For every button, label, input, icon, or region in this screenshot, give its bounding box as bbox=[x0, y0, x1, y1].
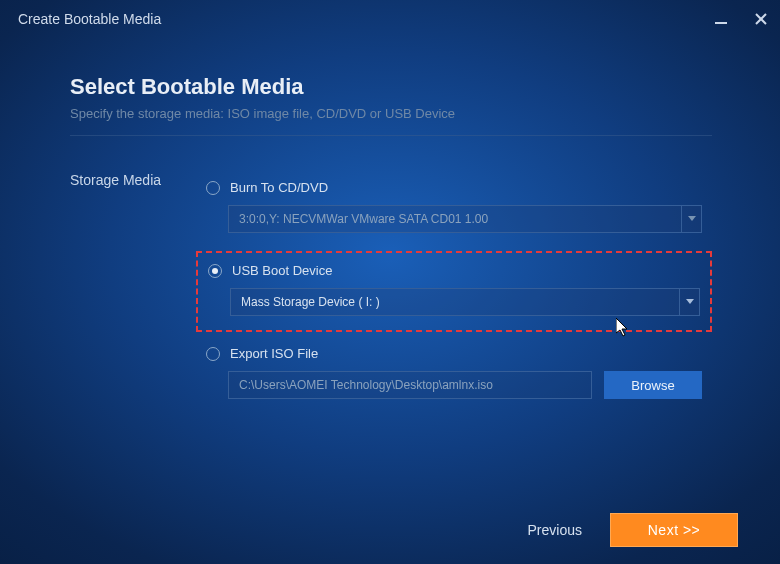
storage-media-label: Storage Media bbox=[70, 172, 196, 407]
iso-path-value: C:\Users\AOMEI Technology\Desktop\amlnx.… bbox=[239, 378, 493, 392]
radio-cd[interactable] bbox=[206, 181, 220, 195]
option-cd-label: Burn To CD/DVD bbox=[230, 180, 328, 195]
options: Burn To CD/DVD 3:0:0,Y: NECVMWar VMware … bbox=[196, 172, 712, 407]
radio-usb[interactable] bbox=[208, 264, 222, 278]
option-iso: Export ISO File C:\Users\AOMEI Technolog… bbox=[196, 338, 712, 407]
option-usb-label: USB Boot Device bbox=[232, 263, 332, 278]
cd-select[interactable]: 3:0:0,Y: NECVMWar VMware SATA CD01 1.00 bbox=[228, 205, 702, 233]
option-iso-row[interactable]: Export ISO File bbox=[206, 346, 702, 361]
window-title: Create Bootable Media bbox=[18, 11, 161, 27]
svg-marker-4 bbox=[686, 299, 694, 304]
chevron-down-icon[interactable] bbox=[681, 206, 701, 232]
titlebar-actions bbox=[714, 12, 768, 26]
page-subheading: Specify the storage media: ISO image fil… bbox=[70, 106, 712, 121]
option-usb-row[interactable]: USB Boot Device bbox=[208, 263, 700, 278]
option-cd: Burn To CD/DVD 3:0:0,Y: NECVMWar VMware … bbox=[196, 172, 712, 241]
footer: Previous Next >> bbox=[0, 496, 780, 564]
window: Create Bootable Media Select Bootable Me… bbox=[0, 0, 780, 564]
titlebar: Create Bootable Media bbox=[0, 0, 780, 38]
page-heading: Select Bootable Media bbox=[70, 74, 712, 100]
usb-select-value: Mass Storage Device ( I: ) bbox=[241, 295, 380, 309]
form-area: Storage Media Burn To CD/DVD 3:0:0,Y: NE… bbox=[70, 172, 712, 407]
browse-button[interactable]: Browse bbox=[604, 371, 702, 399]
next-button[interactable]: Next >> bbox=[610, 513, 738, 547]
option-iso-label: Export ISO File bbox=[230, 346, 318, 361]
browse-button-label: Browse bbox=[631, 378, 674, 393]
svg-marker-3 bbox=[688, 216, 696, 221]
content: Select Bootable Media Specify the storag… bbox=[0, 38, 780, 407]
divider bbox=[70, 135, 712, 136]
close-icon[interactable] bbox=[754, 12, 768, 26]
next-button-label: Next >> bbox=[648, 522, 701, 538]
chevron-down-icon[interactable] bbox=[679, 289, 699, 315]
usb-select[interactable]: Mass Storage Device ( I: ) bbox=[230, 288, 700, 316]
previous-button[interactable]: Previous bbox=[528, 522, 582, 538]
option-usb-highlight: USB Boot Device Mass Storage Device ( I:… bbox=[196, 251, 712, 332]
iso-path-field[interactable]: C:\Users\AOMEI Technology\Desktop\amlnx.… bbox=[228, 371, 592, 399]
option-cd-row[interactable]: Burn To CD/DVD bbox=[206, 180, 702, 195]
minimize-icon[interactable] bbox=[714, 12, 728, 26]
cd-select-value: 3:0:0,Y: NECVMWar VMware SATA CD01 1.00 bbox=[239, 212, 488, 226]
radio-iso[interactable] bbox=[206, 347, 220, 361]
